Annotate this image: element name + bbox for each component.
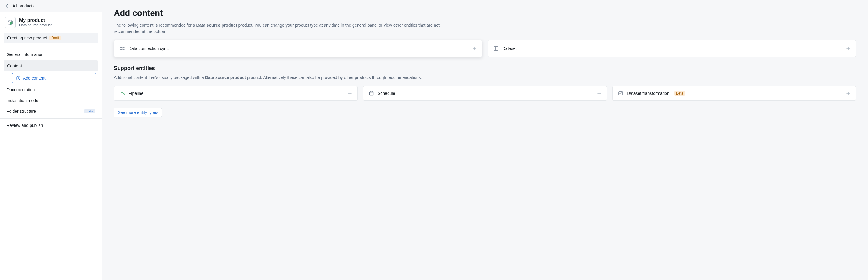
nav-label: General information [7,52,43,57]
main-content: Add content The following content is rec… [102,0,868,280]
card-label: Schedule [378,91,395,96]
page-title: Add content [114,8,856,18]
nav-documentation[interactable]: Documentation [0,84,101,95]
intro-text: The following content is recommended for… [114,22,443,35]
nav-label: Content [7,63,22,68]
product-title: My product [19,18,52,23]
text: product. Alternatively these can also be… [246,75,422,80]
plus-icon [846,91,850,96]
text-bold: Data source product [196,23,237,28]
see-more-entity-types-button[interactable]: See more entity types [114,108,162,117]
plus-icon [846,46,850,50]
nav-content[interactable]: Content [4,61,98,71]
svg-rect-6 [370,92,373,96]
product-header: My product Data source product [0,12,101,31]
plus-icon [472,46,476,50]
beta-badge: Beta [85,109,95,113]
nav-folder-structure[interactable]: Folder structure Beta [0,106,101,117]
card-label: Data connection sync [128,46,168,51]
plus-icon [597,91,601,96]
card-label: Pipeline [128,91,144,96]
card-schedule[interactable]: Schedule [363,86,607,101]
svg-point-2 [122,49,123,50]
schedule-icon [369,91,374,96]
status-card: Creating new product Draft [4,33,98,43]
data-connection-sync-icon [120,46,125,51]
support-entities-heading: Support entities [114,65,856,71]
support-intro: Additional content that's usually packag… [114,74,443,81]
product-subtitle: Data source product [19,23,52,27]
arrow-left-icon [5,4,9,8]
nav-label: Folder structure [7,109,36,114]
nav-add-content[interactable]: Add content [12,73,96,83]
beta-badge: Beta [674,91,685,96]
pipeline-icon [120,91,125,96]
dataset-icon [493,46,499,51]
text: The following content is recommended for… [114,23,196,28]
nav-label: Documentation [7,88,35,92]
card-label: Dataset transformation [627,91,670,96]
dataset-transformation-icon [618,91,623,96]
divider [0,118,101,119]
sidebar: All products My product Data source prod… [0,0,102,280]
nav-label: Review and publish [7,123,43,128]
svg-point-1 [122,47,123,48]
nav-installation-mode[interactable]: Installation mode [0,95,101,106]
card-label: Dataset [502,46,517,51]
plus-circle-icon [16,76,21,80]
svg-rect-7 [619,92,623,95]
plus-icon [348,91,352,96]
svg-rect-3 [494,47,498,50]
nav-review-and-publish[interactable]: Review and publish [0,120,101,131]
card-dataset-transformation[interactable]: Dataset transformation Beta [612,86,856,101]
svg-rect-5 [123,94,124,95]
card-pipeline[interactable]: Pipeline [114,86,358,101]
nav-label: Add content [23,76,45,80]
card-dataset[interactable]: Dataset [488,40,856,57]
text: Additional content that's usually packag… [114,75,205,80]
product-cube-icon [5,17,16,28]
status-text: Creating new product [7,36,47,40]
nav-label: Installation mode [7,98,38,103]
nav-general-information[interactable]: General information [0,49,101,60]
back-all-products[interactable]: All products [0,0,101,12]
back-label: All products [12,4,34,8]
svg-rect-4 [120,92,122,93]
text-bold: Data source product [205,75,246,80]
card-data-connection-sync[interactable]: Data connection sync [114,40,482,57]
status-badge: Draft [50,36,61,40]
divider [0,47,101,48]
